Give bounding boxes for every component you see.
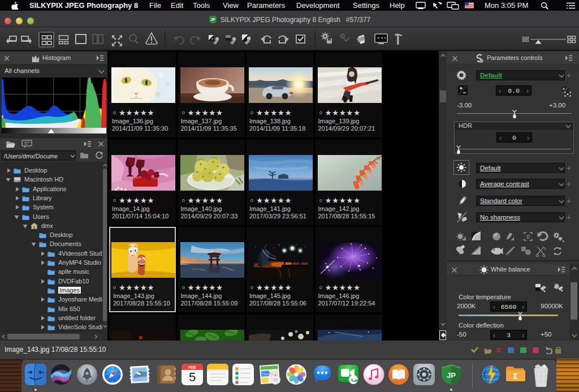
svg-text:5: 5 <box>189 370 196 384</box>
svg-text:JP: JP <box>447 371 456 380</box>
svg-text:JP: JP <box>210 18 215 21</box>
svg-text:Σ: Σ <box>513 371 518 381</box>
svg-text:II: II <box>526 234 530 240</box>
svg-text:Santa: Santa <box>264 372 271 376</box>
svg-text:FEB: FEB <box>189 365 196 369</box>
svg-text:3D: 3D <box>274 378 278 381</box>
